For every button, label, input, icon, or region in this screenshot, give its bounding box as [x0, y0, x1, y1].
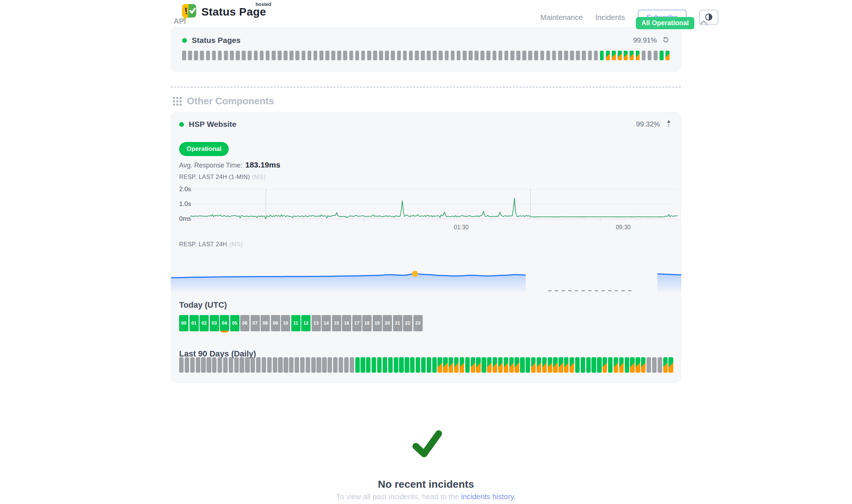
uptime-bar[interactable]: [439, 51, 443, 60]
uptime-bar[interactable]: [630, 51, 634, 60]
uptime-bar[interactable]: [509, 357, 514, 373]
uptime-bar[interactable]: [625, 357, 629, 373]
hour-block-20[interactable]: 20: [383, 315, 392, 331]
uptime-bar[interactable]: [289, 357, 293, 373]
hour-block-15[interactable]: 15: [332, 315, 341, 331]
hour-block-13[interactable]: 13: [312, 315, 321, 331]
incidents-history-link[interactable]: incidents history.: [461, 493, 516, 501]
nav-incidents[interactable]: Incidents: [596, 13, 625, 22]
uptime-bar[interactable]: [619, 357, 624, 373]
arrow-up-dashed-icon[interactable]: [665, 119, 672, 129]
hour-block-01[interactable]: 01: [189, 315, 199, 331]
uptime-bar[interactable]: [600, 51, 604, 60]
uptime-bar[interactable]: [328, 357, 332, 373]
hour-block-21[interactable]: 21: [393, 315, 402, 331]
hour-block-02[interactable]: 02: [199, 315, 209, 331]
uptime-bar[interactable]: [636, 51, 640, 60]
uptime-bar[interactable]: [421, 357, 426, 373]
uptime-bar[interactable]: [260, 51, 264, 60]
uptime-bar[interactable]: [179, 357, 184, 373]
uptime-bar[interactable]: [223, 357, 228, 373]
uptime-bar[interactable]: [409, 51, 413, 60]
uptime-bar[interactable]: [526, 357, 530, 373]
uptime-bar[interactable]: [564, 357, 568, 373]
uptime-bar[interactable]: [647, 357, 651, 373]
uptime-bar[interactable]: [648, 51, 652, 60]
uptime-bar[interactable]: [499, 51, 503, 60]
uptime-bar[interactable]: [355, 51, 359, 60]
uptime-bar[interactable]: [528, 51, 532, 60]
uptime-bar[interactable]: [284, 357, 288, 373]
app-logo[interactable]: ! Status Page hosted: [181, 3, 269, 24]
uptime-bar[interactable]: [624, 51, 628, 60]
uptime-bar[interactable]: [618, 51, 622, 60]
uptime-bar[interactable]: [344, 357, 349, 373]
uptime-bar[interactable]: [504, 51, 509, 60]
status-badge[interactable]: All Operational: [636, 17, 694, 29]
uptime-bar[interactable]: [337, 51, 341, 60]
uptime-bar[interactable]: [185, 357, 189, 373]
uptime-bar[interactable]: [267, 357, 272, 373]
uptime-bar[interactable]: [206, 51, 210, 60]
uptime-bar[interactable]: [586, 357, 591, 373]
uptime-bar[interactable]: [471, 357, 475, 373]
uptime-bar[interactable]: [366, 357, 370, 373]
uptime-bar[interactable]: [635, 357, 640, 373]
uptime-bar[interactable]: [641, 357, 645, 373]
uptime-bar[interactable]: [343, 51, 347, 60]
uptime-bar[interactable]: [520, 357, 524, 373]
hour-block-16[interactable]: 16: [342, 315, 351, 331]
uptime-bar[interactable]: [581, 357, 585, 373]
uptime-bar[interactable]: [427, 357, 431, 373]
uptime-bar[interactable]: [663, 357, 668, 373]
hour-block-03[interactable]: 03: [210, 315, 219, 331]
uptime-bar[interactable]: [652, 357, 657, 373]
hour-block-00[interactable]: 00: [179, 315, 188, 331]
uptime-bar[interactable]: [564, 51, 568, 60]
uptime-bar[interactable]: [278, 357, 282, 373]
uptime-bar[interactable]: [306, 357, 310, 373]
hour-block-10[interactable]: 10: [281, 315, 290, 331]
uptime-bar[interactable]: [236, 51, 240, 60]
uptime-bar[interactable]: [486, 51, 490, 60]
refresh-icon[interactable]: [662, 36, 670, 45]
uptime-bar[interactable]: [272, 51, 276, 60]
uptime-bar[interactable]: [394, 357, 398, 373]
uptime-bar[interactable]: [273, 357, 277, 373]
uptime-bar[interactable]: [504, 357, 508, 373]
uptime-bar[interactable]: [230, 51, 234, 60]
uptime-bar[interactable]: [588, 51, 592, 60]
uptime-bar[interactable]: [516, 51, 520, 60]
hour-block-18[interactable]: 18: [362, 315, 372, 331]
uptime-bar[interactable]: [224, 51, 228, 60]
uptime-bar[interactable]: [487, 357, 492, 373]
uptime-bar[interactable]: [207, 357, 211, 373]
uptime-bar[interactable]: [239, 357, 244, 373]
hour-block-05[interactable]: 05: [230, 315, 239, 331]
hour-block-06[interactable]: 06: [240, 315, 249, 331]
uptime-bar[interactable]: [437, 357, 442, 373]
uptime-bar[interactable]: [522, 51, 526, 60]
uptime-bar[interactable]: [432, 357, 437, 373]
uptime-bar[interactable]: [194, 51, 198, 60]
hour-block-22[interactable]: 22: [403, 315, 412, 331]
uptime-bar[interactable]: [498, 357, 503, 373]
uptime-bar[interactable]: [480, 51, 484, 60]
chevron-up-icon[interactable]: [699, 18, 708, 28]
uptime-bar[interactable]: [608, 357, 613, 373]
uptime-bar[interactable]: [391, 51, 395, 60]
hour-block-14[interactable]: 14: [322, 315, 331, 331]
uptime-bar[interactable]: [546, 51, 550, 60]
uptime-bar[interactable]: [350, 357, 354, 373]
uptime-bar[interactable]: [552, 51, 556, 60]
uptime-bar[interactable]: [469, 51, 473, 60]
uptime-bar[interactable]: [443, 357, 447, 373]
uptime-bar[interactable]: [445, 51, 449, 60]
uptime-bar[interactable]: [373, 51, 377, 60]
uptime-bar[interactable]: [278, 51, 282, 60]
uptime-bar[interactable]: [355, 357, 360, 373]
uptime-bar[interactable]: [200, 51, 204, 60]
uptime-bar[interactable]: [553, 357, 557, 373]
uptime-bar[interactable]: [630, 357, 634, 373]
uptime-bar[interactable]: [597, 357, 601, 373]
